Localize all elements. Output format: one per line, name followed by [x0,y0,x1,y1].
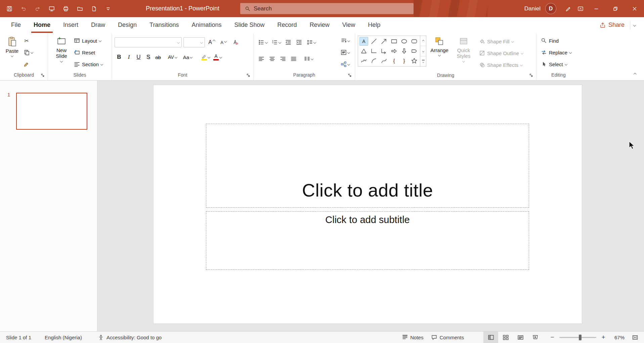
user-avatar[interactable]: D [545,3,556,14]
replace-button[interactable]: Replace [539,47,573,57]
share-button[interactable]: Share [597,20,627,30]
tab-insert[interactable]: Insert [57,17,85,33]
tab-home[interactable]: Home [27,17,57,33]
align-right-button[interactable] [278,54,288,64]
highlight-color-button[interactable] [200,52,211,62]
save-button[interactable] [3,3,15,15]
clipboard-dialog-launcher[interactable] [40,73,45,78]
subtitle-placeholder[interactable]: Click to add subtitle [206,211,529,270]
bullets-button[interactable] [256,37,269,47]
accessibility-status[interactable]: Accessibility: Good to go [98,335,162,340]
shape-elbow-arrow-connector[interactable] [380,47,388,55]
search-box[interactable]: Search [240,3,414,14]
shape-right-brace[interactable]: } [400,56,409,65]
shape-effects-button[interactable]: Shape Effects [477,60,525,70]
zoom-in-button[interactable]: + [600,332,607,343]
tab-file[interactable]: File [5,17,27,33]
shape-arc[interactable] [370,56,378,65]
fit-to-window-button[interactable] [629,332,641,343]
reading-view-button[interactable] [513,332,528,343]
shape-oval[interactable] [400,37,409,46]
undo-button[interactable] [17,3,30,15]
maximize-button[interactable] [606,0,625,17]
slide-sorter-view-button[interactable] [498,332,513,343]
customize-qat-button[interactable] [102,3,114,15]
share-dropdown[interactable] [630,20,639,30]
tab-draw[interactable]: Draw [85,17,112,33]
bold-button[interactable]: B [115,52,124,62]
slide-thumbnail[interactable] [16,93,87,130]
zoom-slider[interactable] [559,337,596,338]
language-indicator[interactable]: English (Nigeria) [45,335,82,340]
underline-button[interactable]: U [134,52,143,62]
columns-button[interactable] [302,54,315,64]
text-direction-button[interactable] [338,36,352,46]
justify-button[interactable] [289,54,299,64]
start-slideshow-button[interactable] [46,3,58,15]
gallery-more-button[interactable] [420,56,426,66]
shrink-font-button[interactable]: A [218,37,228,47]
font-size-combo[interactable] [183,37,205,47]
tab-animations[interactable]: Animations [185,17,228,33]
shape-triangle[interactable] [359,47,368,55]
new-slide-button[interactable]: New Slide [51,33,72,70]
title-placeholder[interactable]: Click to add title [206,124,529,208]
increase-indent-button[interactable] [294,37,304,47]
slide-indicator[interactable]: Slide 1 of 1 [6,335,31,340]
shape-arrow[interactable] [380,37,388,46]
line-spacing-button[interactable] [305,37,317,47]
grow-font-button[interactable]: A [207,37,217,47]
user-name[interactable]: Daniel [524,5,541,12]
shape-right-arrow[interactable] [390,47,398,55]
zoom-out-button[interactable]: − [549,332,556,343]
slide-canvas[interactable]: Click to add title Click to add subtitle [97,81,644,331]
gallery-scroll-up[interactable] [420,36,426,46]
new-document-button[interactable] [88,3,100,15]
shape-star[interactable] [410,56,419,65]
font-color-button[interactable]: A [212,52,223,62]
tab-record[interactable]: Record [271,17,303,33]
print-preview-button[interactable] [60,3,72,15]
section-button[interactable]: Section [72,59,104,69]
format-painter-button[interactable] [22,59,32,69]
notes-button[interactable]: Notes [398,332,427,343]
shape-down-arrow[interactable] [400,47,409,55]
slide[interactable]: Click to add title Click to add subtitle [153,85,582,324]
align-center-button[interactable] [267,54,277,64]
shape-curve[interactable] [380,56,388,65]
zoom-slider-handle[interactable] [579,335,582,340]
tab-review[interactable]: Review [303,17,336,33]
font-name-combo[interactable] [115,37,182,47]
comments-button[interactable]: Comments [427,332,468,343]
tab-view[interactable]: View [336,17,362,33]
tab-design[interactable]: Design [112,17,143,33]
text-shadow-button[interactable]: S [144,52,153,62]
tab-slide-show[interactable]: Slide Show [228,17,271,33]
arrange-button[interactable]: Arrange [429,33,450,70]
open-button[interactable] [74,3,86,15]
copy-button[interactable] [22,47,35,57]
shape-textbox[interactable]: A [359,37,368,46]
change-case-button[interactable]: Aa [182,52,194,62]
font-dialog-launcher[interactable] [246,73,251,78]
decrease-indent-button[interactable] [283,37,293,47]
inking-button[interactable] [562,3,574,15]
italic-button[interactable]: I [124,52,133,62]
select-button[interactable]: Select [539,59,573,69]
shape-rounded-rectangle[interactable] [410,37,419,46]
shape-left-brace[interactable]: { [390,56,398,65]
shape-fill-button[interactable]: Shape Fill [477,36,525,46]
collapse-ribbon-button[interactable] [631,71,639,77]
align-left-button[interactable] [256,54,266,64]
shape-outline-button[interactable]: Shape Outline [477,48,525,58]
reset-button[interactable]: Reset [72,47,104,57]
convert-to-smartart-button[interactable] [338,59,352,69]
numbering-button[interactable] [270,37,283,47]
paste-button[interactable]: Paste [3,33,22,70]
paragraph-dialog-launcher[interactable] [347,73,352,78]
shape-elbow-connector[interactable] [370,47,378,55]
clear-formatting-button[interactable] [230,37,240,47]
zoom-level[interactable]: 67% [610,335,625,340]
normal-view-button[interactable] [483,332,498,343]
close-button[interactable] [625,0,644,17]
